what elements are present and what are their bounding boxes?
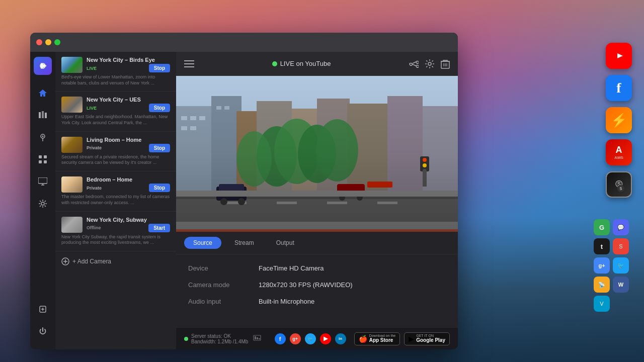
svg-rect-21 — [176, 76, 458, 232]
svg-rect-47 — [327, 202, 347, 204]
svg-rect-46 — [277, 202, 297, 204]
sidebar-item-home[interactable] — [34, 84, 52, 102]
device-row: Device FaceTime HD Camera — [188, 264, 446, 272]
top-bar: LIVE on YouTube — [176, 52, 458, 76]
app-icon-vimeo[interactable]: V — [594, 296, 610, 312]
svg-rect-44 — [176, 194, 458, 199]
camera-item[interactable]: Bedroom – Home Private Stop The master b… — [55, 171, 176, 211]
twitter-social-icon[interactable]: 🐦 — [305, 333, 316, 344]
camera-list: New York City – Birds Eye LIVE Stop Bird… — [55, 52, 176, 349]
svg-rect-57 — [420, 156, 429, 171]
google-social-icon[interactable]: g+ — [290, 333, 301, 344]
svg-point-55 — [357, 195, 363, 201]
s5-app-icon[interactable]: Ⓢ 5 — [606, 171, 632, 198]
minimize-button[interactable] — [45, 39, 51, 45]
svg-rect-36 — [216, 106, 221, 110]
app-store-badge[interactable]: 🍎 Download on the App Store — [354, 332, 400, 345]
youtube-social-icon[interactable]: ▶ — [320, 333, 331, 344]
google-play-badge[interactable]: ▶ GET IT ON Google Play — [404, 332, 450, 345]
sidebar-item-location[interactable] — [34, 128, 52, 146]
camera-name: Living Room – Home — [87, 137, 170, 143]
sidebar-item-monitor[interactable] — [34, 172, 52, 191]
social-icons: f g+ 🐦 ▶ in — [275, 333, 346, 344]
svg-point-54 — [339, 195, 345, 201]
svg-rect-32 — [190, 116, 196, 120]
tab-output[interactable]: Output — [267, 237, 303, 249]
camera-description: Secured stream of a private residence, t… — [61, 154, 170, 166]
flash-app-icon[interactable]: ⚡ — [606, 107, 632, 133]
server-status: Server status: OK Bandwidth: 1.2Mb /1.4M… — [184, 333, 267, 344]
svg-point-52 — [238, 198, 245, 205]
camera-info: New York City – Birds Eye LIVE Stop — [87, 57, 170, 74]
facebook-app-icon[interactable]: f — [606, 75, 632, 101]
svg-point-38 — [257, 126, 297, 187]
camera-item[interactable]: New York City, Subway Offline Start New … — [55, 212, 176, 251]
svg-point-51 — [220, 198, 227, 205]
sidebar-item-add[interactable] — [34, 300, 52, 318]
svg-rect-63 — [367, 182, 392, 188]
app-logo[interactable] — [34, 57, 52, 75]
svg-rect-24 — [236, 111, 262, 232]
app-icon-gplus[interactable]: g+ — [594, 257, 610, 274]
svg-point-16 — [41, 202, 44, 205]
title-bar — [30, 33, 458, 52]
camera-thumbnail — [61, 176, 83, 193]
ams-app-icon[interactable]: A AMS — [606, 139, 632, 165]
camera-item[interactable]: New York City – Birds Eye LIVE Stop Bird… — [55, 52, 176, 92]
share-button[interactable] — [409, 59, 419, 69]
svg-rect-49 — [216, 187, 247, 201]
settings-button[interactable] — [425, 59, 435, 69]
tabs-row: Source Stream Output — [176, 232, 458, 254]
close-button[interactable] — [36, 39, 42, 45]
camera-thumbnail — [61, 97, 83, 113]
app-icon-gmail[interactable]: S — [613, 238, 629, 254]
google-play-icon: ▶ — [409, 335, 414, 343]
maximize-button[interactable] — [54, 39, 60, 45]
camera-description: Upper East Side and neighborhood. Manhat… — [61, 114, 170, 126]
start-button[interactable]: Start — [148, 224, 170, 232]
app-icon-twitter[interactable]: 🐦 — [613, 257, 629, 274]
svg-point-10 — [42, 136, 44, 137]
svg-rect-53 — [337, 184, 365, 197]
add-camera-button[interactable]: + Add Camera — [55, 251, 176, 272]
camera-info: New York City – UES LIVE Stop — [87, 97, 170, 114]
menu-button[interactable] — [184, 60, 194, 68]
app-icon-t[interactable]: t — [594, 238, 610, 254]
youtube-app-icon[interactable] — [606, 43, 632, 69]
tab-source[interactable]: Source — [184, 237, 221, 249]
stop-button[interactable]: Stop — [149, 184, 170, 192]
svg-point-60 — [423, 169, 427, 173]
app-icon-g[interactable]: G — [594, 219, 610, 235]
camera-item[interactable]: New York City – UES LIVE Stop Upper East… — [55, 92, 176, 131]
tab-stream[interactable]: Stream — [225, 237, 263, 249]
audio-input-label: Audio input — [188, 298, 259, 305]
camera-status: Private — [87, 186, 102, 191]
sidebar-item-map[interactable] — [34, 106, 52, 124]
sidebar-item-power[interactable] — [34, 322, 52, 340]
camera-description: Bird's-eye view of Lower Manhattan, zoom… — [61, 74, 170, 86]
facebook-social-icon[interactable]: f — [275, 333, 286, 344]
app-icon-discord[interactable]: 💬 — [613, 219, 629, 235]
svg-rect-29 — [387, 96, 423, 232]
svg-rect-34 — [181, 126, 187, 130]
svg-rect-45 — [226, 202, 247, 204]
sidebar-item-grid[interactable] — [34, 150, 52, 168]
audio-input-value: Built-in Microphone — [259, 298, 314, 305]
sidebar-item-settings[interactable] — [34, 195, 52, 213]
camera-status: Offline — [87, 225, 101, 230]
stop-button[interactable]: Stop — [149, 104, 170, 112]
video-frame — [176, 76, 458, 232]
svg-point-19 — [428, 62, 431, 65]
app-icon-wp[interactable]: W — [613, 277, 629, 293]
svg-rect-64 — [176, 229, 458, 232]
app-icon-rss[interactable]: 📡 — [594, 277, 610, 293]
stop-button[interactable]: Stop — [149, 144, 170, 152]
delete-button[interactable] — [441, 59, 450, 69]
stop-button[interactable]: Stop — [149, 64, 170, 72]
camera-name: New York City, Subway — [87, 217, 170, 223]
linkedin-social-icon[interactable]: in — [335, 333, 346, 344]
camera-item[interactable]: Living Room – Home Private Stop Secured … — [55, 132, 176, 171]
camera-thumbnail — [61, 57, 83, 73]
app-window: New York City – Birds Eye LIVE Stop Bird… — [30, 33, 458, 349]
source-info-panel: Device FaceTime HD Camera Camera mode 12… — [176, 254, 458, 327]
